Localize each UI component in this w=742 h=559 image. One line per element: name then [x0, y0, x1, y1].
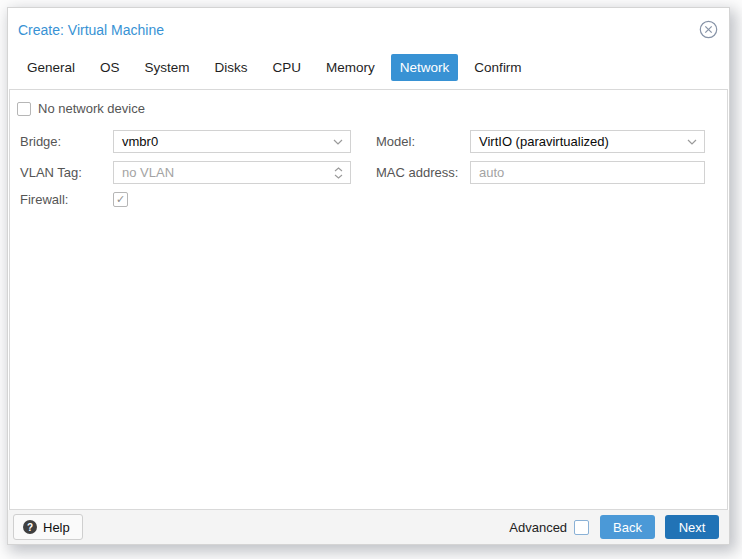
model-value: VirtIO (paravirtualized) — [471, 134, 704, 149]
dialog-title: Create: Virtual Machine — [18, 22, 164, 38]
tab-cpu[interactable]: CPU — [264, 54, 311, 81]
back-button[interactable]: Back — [600, 515, 655, 539]
tab-system[interactable]: System — [136, 54, 199, 81]
bridge-model-row: Bridge: vmbr0 Model: VirtIO (paravirtual… — [10, 130, 727, 153]
bridge-label: Bridge: — [10, 134, 113, 149]
vlan-tag-input[interactable] — [114, 162, 350, 183]
network-tab-panel: No network device Bridge: vmbr0 Model: V… — [9, 89, 728, 510]
mac-address-input[interactable] — [471, 162, 704, 183]
firewall-label: Firewall: — [10, 192, 113, 207]
help-button-label: Help — [43, 520, 70, 535]
chevron-down-icon[interactable] — [687, 139, 697, 145]
tab-general[interactable]: General — [18, 54, 84, 81]
help-button[interactable]: ? Help — [13, 514, 83, 540]
model-label: Model: — [351, 134, 470, 149]
no-network-device-row: No network device — [17, 101, 727, 116]
wizard-tabbar: General OS System Disks CPU Memory Netwo… — [18, 54, 729, 81]
dialog-footer: ? Help Advanced Back Next — [8, 510, 729, 544]
mac-address-label: MAC address: — [351, 165, 470, 180]
network-form: Bridge: vmbr0 Model: VirtIO (paravirtual… — [10, 130, 727, 207]
tab-os[interactable]: OS — [91, 54, 129, 81]
tab-memory[interactable]: Memory — [317, 54, 384, 81]
vlan-mac-row: VLAN Tag: MAC address: — [10, 161, 727, 184]
next-button[interactable]: Next — [665, 515, 719, 539]
bridge-combobox[interactable]: vmbr0 — [113, 130, 351, 153]
vlan-tag-label: VLAN Tag: — [10, 165, 113, 180]
spinner-up-down-icon[interactable] — [334, 167, 343, 179]
mac-address-field — [470, 161, 705, 184]
question-circle-icon: ? — [23, 520, 37, 534]
no-network-device-checkbox[interactable] — [17, 102, 31, 116]
tab-network[interactable]: Network — [391, 54, 459, 81]
dialog-titlebar: Create: Virtual Machine — [8, 8, 729, 46]
create-vm-dialog: Create: Virtual Machine General OS Syste… — [7, 7, 730, 545]
chevron-down-icon[interactable] — [333, 139, 343, 145]
firewall-checkbox[interactable] — [113, 192, 128, 207]
screen: Create: Virtual Machine General OS Syste… — [0, 0, 742, 559]
no-network-device-label: No network device — [38, 101, 145, 116]
firewall-row: Firewall: — [10, 192, 727, 207]
vlan-tag-spinner — [113, 161, 351, 184]
advanced-checkbox[interactable] — [574, 520, 589, 535]
tab-confirm[interactable]: Confirm — [465, 54, 530, 81]
tab-disks[interactable]: Disks — [206, 54, 257, 81]
bridge-value: vmbr0 — [114, 134, 350, 149]
model-combobox[interactable]: VirtIO (paravirtualized) — [470, 130, 705, 153]
advanced-label: Advanced — [509, 520, 567, 535]
close-icon[interactable] — [699, 20, 718, 39]
